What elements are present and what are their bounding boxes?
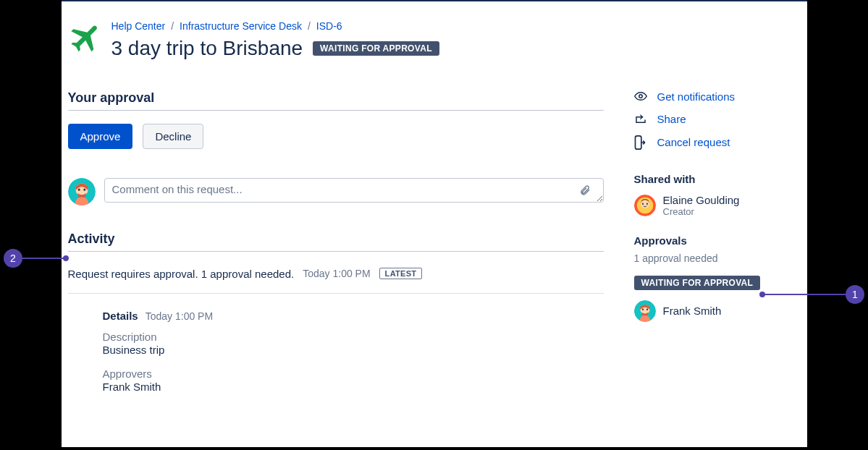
latest-tag: LATEST [379, 268, 423, 279]
current-user-avatar [68, 178, 96, 205]
cancel-icon [634, 135, 647, 150]
activity-heading: Activity [68, 232, 604, 252]
comment-box [104, 178, 604, 205]
shared-user-row: Elaine Goulding Creator [634, 194, 801, 217]
action-item-notifications[interactable]: Get notifications [634, 90, 801, 103]
page-container: Help Center / Infrastructure Service Des… [62, 0, 807, 447]
status-badge: WAITING FOR APPROVAL [313, 41, 439, 56]
svg-point-10 [646, 203, 648, 204]
breadcrumb-service-desk[interactable]: Infrastructure Service Desk [180, 20, 302, 34]
plane-icon [68, 20, 104, 56]
page-title: 3 day trip to Brisbane [111, 37, 303, 60]
approval-buttons: Approve Decline [68, 124, 604, 149]
shared-with-heading: Shared with [634, 173, 801, 185]
main-body: Your approval Approve Decline [62, 60, 807, 404]
cancel-link[interactable]: Cancel request [657, 136, 730, 148]
breadcrumb: Help Center / Infrastructure Service Des… [111, 20, 807, 34]
details-time: Today 1:00 PM [146, 310, 213, 322]
approvals-status-badge: WAITING FOR APPROVAL [634, 276, 761, 290]
svg-point-14 [646, 308, 647, 310]
shared-user-role: Creator [663, 206, 740, 217]
avatar-frank [634, 300, 656, 322]
shared-with-section: Shared with Elaine Goulding Creator [634, 173, 801, 217]
callout-2: 2 [4, 249, 22, 268]
approver-row: Frank Smith [634, 300, 801, 322]
svg-point-2 [77, 188, 80, 190]
activity-entry-text: Request requires approval. 1 approval ne… [68, 268, 295, 280]
details-head: Details Today 1:00 PM [103, 310, 604, 322]
description-value: Business trip [103, 344, 604, 356]
approval-heading: Your approval [68, 90, 604, 111]
header-text: Help Center / Infrastructure Service Des… [111, 20, 807, 60]
svg-point-3 [83, 188, 85, 190]
breadcrumb-help-center[interactable]: Help Center [111, 20, 166, 34]
svg-point-13 [641, 308, 643, 310]
share-link[interactable]: Share [657, 113, 686, 125]
svg-rect-5 [635, 135, 641, 148]
shared-user-name: Elaine Goulding [663, 194, 740, 206]
title-line: 3 day trip to Brisbane WAITING FOR APPRO… [111, 37, 807, 60]
svg-point-9 [642, 203, 644, 204]
approver-info: Frank Smith [663, 305, 722, 317]
approve-button[interactable]: Approve [68, 124, 133, 149]
notifications-link[interactable]: Get notifications [657, 90, 736, 103]
left-column: Your approval Approve Decline [68, 90, 604, 404]
action-item-share[interactable]: Share [634, 113, 801, 125]
shared-user-info: Elaine Goulding Creator [663, 194, 740, 217]
approvals-heading: Approvals [634, 234, 801, 247]
approvals-needed: 1 approval needed [634, 252, 801, 264]
approvers-label: Approvers [103, 368, 604, 380]
approvals-section: Approvals 1 approval needed WAITING FOR … [634, 234, 801, 322]
action-item-cancel[interactable]: Cancel request [634, 135, 801, 150]
action-list: Get notifications Share Cancel request [634, 90, 801, 150]
callout-1: 1 [846, 285, 864, 304]
svg-point-4 [639, 95, 642, 98]
description-label: Description [103, 331, 604, 343]
details-title: Details [103, 310, 138, 322]
details-block: Details Today 1:00 PM Description Busine… [68, 310, 604, 393]
approvers-value: Frank Smith [103, 381, 604, 393]
callout-1-line [762, 294, 846, 295]
callout-2-line [22, 258, 66, 259]
comment-input[interactable] [104, 178, 604, 203]
avatar-elaine [634, 195, 656, 216]
share-icon [634, 113, 647, 124]
approver-name: Frank Smith [663, 305, 722, 317]
right-column: Get notifications Share Cancel request S… [634, 90, 801, 404]
decline-button[interactable]: Decline [143, 124, 203, 149]
eye-icon [634, 91, 647, 101]
breadcrumb-separator: / [171, 20, 174, 34]
activity-entry: Request requires approval. 1 approval ne… [68, 268, 604, 294]
comment-row [68, 178, 604, 205]
activity-entry-time: Today 1:00 PM [303, 268, 370, 279]
header: Help Center / Infrastructure Service Des… [62, 20, 807, 60]
breadcrumb-ticket[interactable]: ISD-6 [316, 20, 342, 34]
breadcrumb-separator: / [308, 20, 311, 34]
